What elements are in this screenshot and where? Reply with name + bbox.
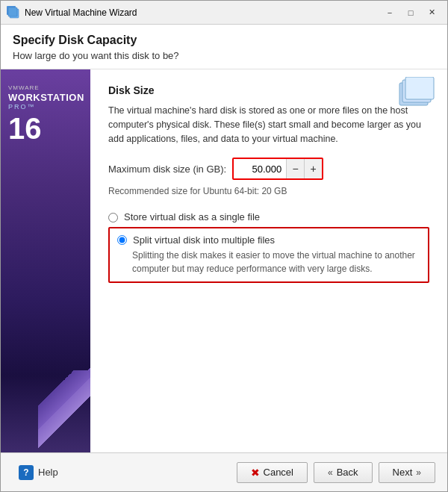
next-icon: » (416, 467, 421, 478)
footer-left: ? Help (13, 462, 64, 483)
help-label: Help (38, 467, 58, 478)
cancel-icon: ✖ (251, 467, 260, 479)
close-button[interactable]: ✕ (422, 5, 441, 20)
svg-rect-5 (405, 77, 434, 99)
header-section: Specify Disk Capacity How large do you w… (1, 25, 447, 69)
disk-size-label: Maximum disk size (in GB): (108, 164, 226, 175)
single-file-option: Store virtual disk as a single file (108, 211, 429, 222)
back-label: Back (337, 467, 358, 478)
disk-section-title: Disk Size (108, 84, 429, 96)
help-button[interactable]: ? Help (13, 462, 64, 483)
back-button[interactable]: « Back (314, 462, 373, 483)
split-files-description: Splitting the disk makes it easier to mo… (132, 249, 420, 275)
product-name: WORKSTATION (8, 93, 84, 103)
next-button[interactable]: Next » (379, 462, 435, 483)
split-files-radio[interactable] (117, 235, 127, 245)
minimize-button[interactable]: − (380, 5, 399, 20)
single-file-label[interactable]: Store virtual disk as a single file (124, 211, 260, 222)
title-bar: New Virtual Machine Wizard − □ ✕ (1, 1, 447, 25)
footer-right: ✖ Cancel « Back Next » (237, 462, 435, 483)
page-subtitle: How large do you want this disk to be? (13, 50, 435, 61)
disk-size-input-group: − + (232, 158, 323, 180)
disk-description: The virtual machine's hard disk is store… (108, 104, 429, 146)
cancel-button[interactable]: ✖ Cancel (237, 462, 308, 483)
wizard-window: New Virtual Machine Wizard − □ ✕ Specify… (0, 0, 448, 492)
product-edition: PRO™ (8, 103, 36, 110)
title-bar-controls: − □ ✕ (380, 5, 441, 20)
decrement-button[interactable]: − (286, 159, 304, 178)
vmware-logo: VMWARE (8, 84, 40, 91)
sidebar: VMWARE WORKSTATION PRO™ 16 (1, 69, 90, 452)
increment-button[interactable]: + (304, 159, 322, 178)
split-file-header: Split virtual disk into multiple files (117, 234, 420, 246)
version-number: 16 (8, 113, 42, 143)
disk-icon (398, 77, 435, 110)
maximize-button[interactable]: □ (401, 5, 420, 20)
page-title: Specify Disk Capacity (13, 34, 435, 47)
app-icon (7, 6, 20, 19)
svg-rect-2 (8, 7, 17, 16)
disk-size-row: Maximum disk size (in GB): − + (108, 158, 429, 180)
disk-size-input[interactable] (234, 161, 286, 177)
recommended-text: Recommended size for Ubuntu 64-bit: 20 G… (108, 186, 429, 196)
split-file-option-box: Split virtual disk into multiple files S… (108, 227, 429, 283)
cancel-label: Cancel (264, 467, 293, 478)
split-files-label[interactable]: Split virtual disk into multiple files (133, 234, 275, 246)
back-icon: « (328, 467, 333, 478)
single-file-radio[interactable] (108, 213, 118, 222)
help-icon: ? (19, 465, 34, 480)
title-bar-text: New Virtual Machine Wizard (25, 7, 380, 18)
main-content: Disk Size The virtual machine's hard dis… (90, 69, 447, 452)
content-area: VMWARE WORKSTATION PRO™ 16 Disk Size The… (1, 69, 447, 452)
next-label: Next (393, 467, 413, 478)
footer: ? Help ✖ Cancel « Back Next » (1, 452, 447, 491)
